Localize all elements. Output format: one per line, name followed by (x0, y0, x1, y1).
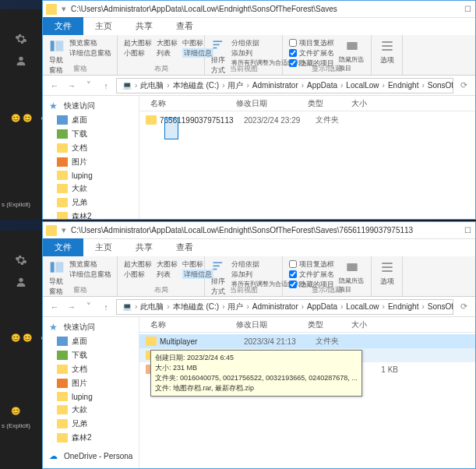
col-name[interactable]: 名称 (146, 98, 231, 109)
person-icon[interactable] (15, 276, 27, 288)
svg-rect-2 (51, 41, 55, 51)
person-icon[interactable] (15, 55, 27, 67)
breadcrumb-segment[interactable]: 本地磁盘 (C:) (171, 80, 221, 91)
ribbon-group-layout: 超大图标 小图标 大图标 列表 中图标 详细信息 布局 (118, 35, 205, 75)
back-button[interactable]: ← (48, 79, 62, 93)
sidebar-item[interactable]: 大款 (43, 182, 139, 196)
title-bar[interactable]: ▾ C:\Users\Administrator\AppData\LocalLo… (43, 1, 475, 18)
breadcrumb-segment[interactable]: LocalLow (344, 81, 381, 90)
tab-file[interactable]: 文件 (43, 17, 83, 35)
breadcrumb-segment[interactable]: 用户 (225, 80, 245, 91)
file-extensions-toggle[interactable]: 文件扩展名 (289, 48, 334, 58)
gear-icon[interactable] (15, 254, 27, 266)
table-row[interactable]: Multiplayer 2023/3/4 21:13 文件夹 (139, 334, 475, 348)
ribbon-group-current-view: 排序方式 分组依据 添加列 将所有列调整为合适的大小 当前视图 (205, 35, 283, 75)
tab-share[interactable]: 共享 (124, 238, 164, 256)
layout-small[interactable]: 小图标 (124, 48, 152, 58)
recent-button[interactable]: ˅ (82, 300, 96, 314)
sidebar-quick-access[interactable]: ★快速访问 (43, 320, 139, 334)
svg-rect-18 (382, 266, 392, 268)
file-list-pane[interactable]: 名称 修改日期 类型 大小 76561199037975113 2023/2/2… (139, 96, 475, 219)
file-date: 2023/2/24 23:29 (244, 116, 316, 125)
sidebar-item[interactable]: 文档 (43, 141, 139, 155)
sidebar-item[interactable]: 兄弟 (43, 417, 139, 431)
breadcrumb-segment[interactable]: Endnight (386, 302, 421, 311)
col-date[interactable]: 修改日期 (231, 98, 303, 109)
up-button[interactable]: ↑ (99, 300, 113, 314)
gear-icon[interactable] (15, 33, 27, 45)
breadcrumb-root[interactable]: 💻 (120, 81, 134, 90)
sidebar-item[interactable]: 图片 (43, 155, 139, 169)
sidebar-item[interactable]: 下载 (43, 127, 139, 141)
maximize-button[interactable]: ☐ (460, 226, 475, 235)
title-bar[interactable]: ▾ C:\Users\Administrator\AppData\LocalLo… (43, 222, 475, 239)
options-button[interactable]: 选项 (378, 38, 396, 65)
breadcrumb-segment[interactable]: Endnight (386, 81, 421, 90)
breadcrumb-segment[interactable]: Administrator (250, 302, 301, 311)
file-type: 文件夹 (316, 336, 359, 347)
refresh-button[interactable]: ⟳ (457, 300, 471, 314)
sidebar-item[interactable]: 文档 (43, 362, 139, 376)
tab-view[interactable]: 查看 (164, 238, 205, 256)
folder-icon (46, 225, 57, 236)
breadcrumb[interactable]: 💻›此电脑›本地磁盘 (C:)›用户›Administrator›AppData… (116, 299, 453, 315)
breadcrumb-root[interactable]: 💻 (120, 302, 134, 311)
breadcrumb-segment[interactable]: 用户 (225, 302, 245, 312)
breadcrumb-segment[interactable]: Administrator (250, 81, 301, 90)
ribbon-group-layout: 超大图标小图标 大图标列表 中图标详细信息 布局 (118, 256, 205, 296)
breadcrumb-segment[interactable]: AppData (305, 81, 340, 90)
sidebar-item[interactable]: 桌面 (43, 113, 139, 127)
col-size[interactable]: 大小 (347, 98, 386, 109)
refresh-button[interactable]: ⟳ (457, 79, 471, 93)
column-headers[interactable]: 名称 修改日期 类型 大小 (139, 317, 475, 333)
breadcrumb-segment[interactable]: 此电脑 (138, 302, 166, 312)
sidebar-this-pc[interactable]: 🖥此电脑 (43, 467, 139, 468)
sidebar-item[interactable]: luping (43, 390, 139, 403)
layout-list[interactable]: 列表 (157, 48, 178, 58)
forward-button[interactable]: → (65, 79, 79, 93)
breadcrumb-segment[interactable]: 此电脑 (138, 80, 166, 91)
svg-rect-8 (382, 41, 392, 43)
layout-large[interactable]: 大图标 (157, 38, 178, 48)
tab-view[interactable]: 查看 (164, 17, 205, 35)
item-checkboxes-toggle[interactable]: 项目复选框 (289, 38, 334, 48)
layout-extra-large[interactable]: 超大图标 (124, 38, 152, 48)
file-date: 2023/3/4 21:13 (244, 337, 316, 346)
back-button[interactable]: ← (48, 300, 62, 314)
breadcrumb-segment[interactable]: SonsOfTheForest (425, 302, 453, 311)
up-button[interactable]: ↑ (99, 79, 113, 93)
sidebar-item[interactable]: 兄弟 (43, 196, 139, 210)
details-pane-button[interactable]: 详细信息窗格 (69, 48, 111, 58)
file-list-pane[interactable]: 名称 修改日期 类型 大小 Multiplayer 2023/3/4 21:13… (139, 317, 475, 468)
tab-home[interactable]: 主页 (83, 17, 124, 35)
column-headers[interactable]: 名称 修改日期 类型 大小 (139, 96, 475, 111)
breadcrumb-segment[interactable]: LocalLow (344, 302, 381, 311)
breadcrumb-segment[interactable]: SonsOfTheForest (425, 81, 453, 90)
sidebar-item[interactable]: 森林2 (43, 210, 139, 219)
table-row[interactable]: 76561199037975113 2023/2/24 23:29 文件夹 (139, 113, 475, 127)
sidebar-item[interactable]: 大款 (43, 403, 139, 417)
tab-share[interactable]: 共享 (124, 17, 164, 35)
sidebar-item[interactable]: 桌面 (43, 334, 139, 348)
sidebar-item[interactable]: luping (43, 169, 139, 182)
sidebar-item[interactable]: 图片 (43, 376, 139, 390)
sidebar-quick-access[interactable]: ★快速访问 (43, 99, 139, 113)
col-type[interactable]: 类型 (303, 98, 347, 109)
folder-icon (46, 4, 57, 15)
breadcrumb-segment[interactable]: 本地磁盘 (C:) (171, 302, 221, 312)
tab-home[interactable]: 主页 (83, 238, 124, 256)
breadcrumb-segment[interactable]: AppData (305, 302, 340, 311)
navigation-sidebar[interactable]: ★快速访问桌面下载文档图片luping大款兄弟森林2☁OneDrive - Pe… (43, 96, 139, 219)
svg-rect-4 (213, 41, 223, 42)
sidebar-item[interactable]: 下载 (43, 348, 139, 362)
file-icon (146, 337, 157, 346)
navigation-sidebar[interactable]: ★快速访问桌面下载文档图片luping大款兄弟森林2☁OneDrive - Pe… (43, 317, 139, 468)
forward-button[interactable]: → (65, 300, 79, 314)
breadcrumb[interactable]: 💻›此电脑›本地磁盘 (C:)›用户›Administrator›AppData… (116, 78, 453, 93)
maximize-button[interactable]: ☐ (460, 5, 475, 13)
sidebar-onedrive[interactable]: ☁OneDrive - Persona (43, 450, 139, 462)
preview-pane-button[interactable]: 预览窗格 (69, 38, 111, 48)
sidebar-item[interactable]: 森林2 (43, 431, 139, 445)
recent-button[interactable]: ˅ (82, 79, 96, 93)
tab-file[interactable]: 文件 (43, 238, 83, 256)
